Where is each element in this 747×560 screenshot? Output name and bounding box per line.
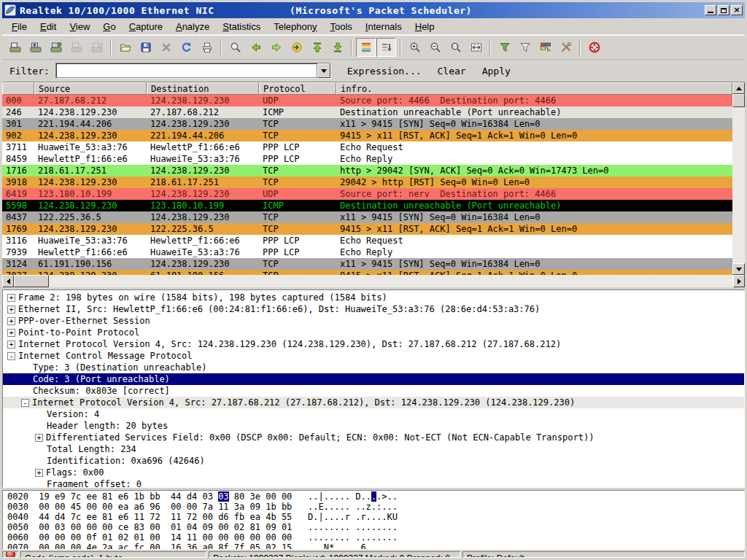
colorize-packets-button[interactable] [356, 38, 376, 57]
scroll-down-button[interactable] [732, 263, 745, 275]
packet-row[interactable]: 3711HuaweiTe_53:a3:76HewlettP_f1:66:e6PP… [2, 141, 732, 153]
close-button[interactable]: × [731, 5, 743, 15]
filter-apply-button[interactable]: Apply [482, 66, 511, 77]
vscroll-thumb[interactable] [732, 94, 745, 107]
hex-row[interactable]: 0030 00 00 45 00 00 ea a6 96 00 00 7a 11… [7, 502, 744, 512]
capture-start-button[interactable] [46, 38, 66, 57]
help-button[interactable] [584, 38, 604, 57]
column-header-source[interactable]: Source [34, 82, 147, 95]
column-header-info[interactable]: infro. [336, 82, 732, 95]
hscroll-thumb[interactable] [14, 275, 49, 287]
detail-line[interactable]: Fragment offset: 0 [3, 478, 744, 488]
packet-row[interactable]: 5598124.238.129.230123.180.10.199ICMPDes… [2, 200, 732, 211]
expand-icon[interactable]: + [7, 341, 15, 349]
menu-statistics[interactable]: Statistics [216, 19, 267, 34]
detail-line[interactable]: Version: 4 [3, 408, 744, 420]
menu-go[interactable]: Go [96, 19, 122, 34]
hscroll-track[interactable] [14, 275, 733, 287]
packet-row[interactable]: 312461.191.190.156124.238.129.230TCPx11 … [2, 258, 732, 270]
menu-edit[interactable]: Edit [34, 19, 63, 34]
scroll-right-button[interactable] [733, 275, 745, 287]
packet-row[interactable]: 7939HewlettP_f1:66:e6HuaweiTe_53:a3:76PP… [2, 246, 732, 258]
detail-line[interactable]: Type: 3 (Destination unreachable) [3, 362, 744, 373]
hex-row[interactable]: 0060 00 00 00 0f 01 02 01 00 14 11 00 00… [7, 532, 744, 542]
zoom-out-button[interactable] [425, 38, 445, 57]
detail-line[interactable]: Total Length: 234 [3, 443, 744, 455]
open-file-button[interactable] [115, 38, 135, 57]
hex-row[interactable]: 0050 00 03 00 00 00 ce 83 00 01 04 09 00… [7, 522, 744, 532]
list-interfaces-button[interactable] [5, 38, 25, 57]
display-filter-button[interactable] [515, 38, 535, 57]
menu-analyze[interactable]: Analyze [169, 19, 216, 34]
packet-row[interactable]: 3918124.238.129.230218.61.17.251TCP29042… [2, 176, 732, 188]
maximize-button[interactable] [718, 5, 729, 15]
scroll-up-button[interactable] [732, 82, 745, 94]
go-to-packet-button[interactable] [287, 38, 306, 57]
collapse-icon[interactable]: - [21, 399, 29, 407]
column-header-no[interactable] [2, 82, 34, 95]
detail-line[interactable]: +Frame 2: 198 bytes on wire (1584 bits),… [3, 292, 744, 303]
detail-line[interactable]: +Differentiated Services Field: 0x00 (DS… [3, 432, 744, 443]
column-header-protocol[interactable]: Protocol [259, 82, 336, 95]
expand-icon[interactable]: + [35, 434, 43, 442]
hex-row[interactable]: 0020 19 e9 7c ee 81 e6 1b bb 44 d4 03 03… [7, 491, 744, 502]
packet-row[interactable]: 0437122.225.36.5124.238.129.230TCPx11 > … [2, 211, 732, 223]
go-to-top-button[interactable] [307, 38, 327, 57]
detail-line[interactable]: +Flags: 0x00 [3, 467, 744, 478]
close-file-button[interactable] [156, 38, 176, 57]
go-to-bottom-button[interactable] [328, 38, 347, 57]
expand-icon[interactable]: + [35, 469, 43, 477]
capture-stop-button[interactable] [66, 38, 86, 57]
detail-line[interactable]: +Point-to-Point Protocol [3, 327, 744, 338]
filter-expression-button[interactable]: Expression... [347, 66, 422, 77]
packet-row[interactable]: 246124.238.129.23027.187.68.212ICMPDesti… [2, 106, 732, 118]
reload-file-button[interactable] [177, 38, 196, 57]
collapse-icon[interactable]: - [7, 352, 15, 360]
expand-icon[interactable]: + [7, 317, 15, 325]
preferences-button[interactable] [556, 38, 576, 57]
packet-row[interactable]: 3116HuaweiTe_53:a3:76HewlettP_f1:66:e6PP… [2, 235, 732, 246]
packet-row[interactable]: 301221.194.44.206124.238.129.230TCPx11 >… [2, 118, 732, 130]
menu-telephony[interactable]: Telephony [267, 19, 323, 34]
hex-row[interactable]: 0070 00 00 00 4e 2a ac fc 00 16 36 a0 8f… [7, 542, 744, 550]
menu-help[interactable]: Help [409, 19, 441, 34]
packet-row[interactable]: 6419123.180.10.199124.238.129.230UDPSour… [2, 188, 732, 200]
capture-filter-button[interactable] [495, 38, 514, 57]
packet-row[interactable]: 8459HewlettP_f1:66:e6HuaweiTe_53:a3:76PP… [2, 153, 732, 165]
detail-line[interactable]: Identification: 0xa696 (42646) [3, 455, 744, 467]
print-button[interactable] [197, 38, 217, 57]
menu-view[interactable]: View [63, 19, 96, 34]
vscroll-track[interactable] [732, 94, 745, 263]
packet-row[interactable]: 1716218.61.17.251124.238.129.230TCPhttp … [2, 165, 732, 176]
packet-row[interactable]: 1769124.238.129.230122.225.36.5TCP9415 >… [2, 223, 732, 235]
expert-info-button[interactable] [2, 551, 18, 558]
detail-line[interactable]: +Internet Protocol Version 4, Src: 124.2… [3, 338, 744, 350]
packet-list-hscrollbar[interactable] [2, 275, 745, 287]
column-header-destination[interactable]: Destination [147, 82, 259, 95]
menu-tools[interactable]: Tools [324, 19, 359, 34]
packet-row[interactable]: 902124.238.129.230221.194.44.206TCP9415 … [2, 130, 732, 141]
auto-scroll-button[interactable] [376, 38, 396, 57]
expand-icon[interactable]: + [7, 294, 15, 302]
detail-line[interactable]: +PPP-over-Ethernet Session [3, 315, 744, 327]
filter-clear-button[interactable]: Clear [438, 66, 466, 77]
capture-restart-button[interactable] [87, 38, 107, 57]
packet-row[interactable]: 7027124.238.129.23061.191.190.156TCP9415… [2, 270, 732, 275]
detail-line[interactable]: +Ethernet II, Src: HewlettP_f1:66:e6 (00… [3, 303, 744, 315]
menu-file[interactable]: File [5, 19, 34, 34]
detail-line[interactable]: -Internet Protocol Version 4, Src: 27.18… [3, 397, 744, 408]
menu-capture[interactable]: Capture [123, 19, 169, 34]
find-packet-button[interactable] [225, 38, 245, 57]
go-forward-button[interactable] [266, 38, 286, 57]
hex-row[interactable]: 0040 44 d4 7c ee 81 e6 11 72 11 72 00 d6… [7, 512, 744, 522]
scroll-left-button[interactable] [2, 275, 14, 287]
packet-list-vscrollbar[interactable] [732, 82, 745, 275]
go-back-button[interactable] [246, 38, 266, 57]
save-file-button[interactable] [136, 38, 155, 57]
detail-line[interactable]: Checksum: 0x803e [correct] [3, 385, 744, 397]
zoom-100-button[interactable]: 1:1 [446, 38, 465, 57]
filter-input[interactable] [56, 63, 317, 78]
zoom-in-button[interactable] [405, 38, 425, 57]
detail-line[interactable]: Header length: 20 bytes [3, 420, 744, 432]
resize-columns-button[interactable] [466, 38, 486, 57]
